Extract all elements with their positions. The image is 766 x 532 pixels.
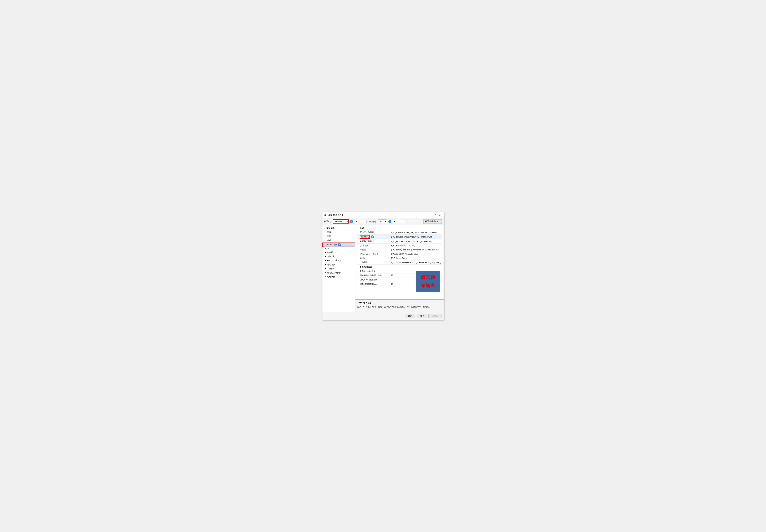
help-button[interactable]: ? [434, 214, 437, 217]
section-public-header: ▼ 公共项目内容 [357, 265, 442, 269]
section-general-header: ▼ 常规 [357, 226, 442, 230]
general-triangle: ▼ [357, 227, 359, 229]
sidebar-item-linker[interactable]: ▶ 链接器 [322, 250, 355, 254]
watermark: 点云侠 专属图 [416, 271, 440, 292]
platform-select[interactable]: x64 [378, 219, 387, 223]
title-controls: ? ✕ [434, 214, 442, 217]
platform-dropdown[interactable]: ▼ [393, 220, 405, 223]
title-bar: Open3D_13.0 属性页 ? ✕ [322, 212, 444, 218]
linker-label: 链接器 [327, 251, 333, 254]
vc-dirs-label: VC++ 目录 [327, 243, 337, 246]
browse-label: 浏览信息 [327, 263, 335, 266]
prop-library-dir[interactable]: 库目录 $(VC_LibraryPath_x64);$(WindowsSDK_L… [357, 248, 442, 252]
prop-exclude-name: 排除目录 [360, 261, 391, 264]
prop-reference-value: $(VC_ReferencesPath_x64); [391, 245, 442, 247]
sidebar-item-code-analysis[interactable]: ▶ 代码分析 [322, 275, 355, 279]
cancel-button[interactable]: 取消 [417, 314, 427, 318]
desc-text: 生成 VC++ 项目期间，搜索可执行文件时使用的路径。 与环境变量 PATH 相… [357, 305, 442, 308]
sidebar-item-build-events[interactable]: ▶ 生成事件 [322, 267, 355, 271]
cpp-label: C/C++ [327, 247, 333, 250]
config-bar: 配置(C): Release 1 ▼ 平台(P): x64 2 ▼ 配置管理器(… [322, 218, 444, 225]
sidebar-item-xml[interactable]: ▶ XML 文档生成器 [322, 259, 355, 263]
properties-table: ▼ 常规 可执行文件目录 $(VC_ExecutablePath_x64);$(… [355, 225, 444, 299]
prop-source-dir[interactable]: 源目录 $(VC_SourcePath); [357, 256, 442, 260]
config-label: 配置(C): [324, 220, 332, 223]
xml-label: XML 文档生成器 [327, 259, 342, 262]
prop-all-headers-name: 所有标头文件都是公共的 [360, 274, 391, 277]
badge-3: 3 [338, 243, 341, 246]
sidebar-item-cpp[interactable]: ▶ C/C++ [322, 247, 355, 250]
prop-reference-name: 引用目录 [360, 244, 391, 247]
prop-executable-name: 可执行文件目录 [360, 231, 391, 234]
prop-executable-value: $(VC_ExecutablePath_x64);$(CommonExecuta… [391, 231, 442, 233]
prop-all-modules-name: 所有模块都是公共的 [360, 282, 391, 285]
sidebar-root[interactable]: ▼ 配置属性 [322, 226, 355, 230]
sidebar-item-general[interactable]: 常规 [322, 230, 355, 234]
sidebar-item-custom-build[interactable]: ▶ 自定义生成步骤 [322, 271, 355, 275]
config-dropdown[interactable]: ▼ [354, 220, 367, 223]
sidebar-item-browse[interactable]: ▶ 浏览信息 [322, 263, 355, 267]
prop-windows-runtime-name: Windows 运行库目录 [360, 253, 391, 255]
prop-public-cpp-name: 公共 C++ 模块目录 [360, 278, 391, 281]
prop-spacer-3 [357, 294, 442, 298]
prop-include-value: $(VC_IncludePath);$(WindowsSDK_IncludePa… [391, 236, 442, 238]
manifest-label: 清单工具 [327, 255, 335, 258]
public-triangle: ▼ [357, 266, 359, 268]
prop-external-include-dir[interactable]: 外部包含目录 $(VC_IncludePath);$(WindowsSDK_In… [357, 239, 442, 244]
ok-button[interactable]: 确定 [405, 314, 415, 318]
platform-dropdown-arrow: ▼ [394, 220, 396, 223]
manifest-triangle: ▶ [325, 256, 326, 257]
badge-2: 2 [388, 220, 391, 223]
cpp-triangle: ▶ [325, 248, 326, 250]
badge-1: 1 [350, 220, 353, 223]
prop-source-value: $(VC_SourcePath); [391, 257, 442, 259]
section-public-label: 公共项目内容 [360, 266, 372, 269]
sidebar-item-debug[interactable]: 调试 [322, 238, 355, 243]
right-panel: ▼ 常规 可执行文件目录 $(VC_ExecutablePath_x64);$(… [355, 225, 444, 312]
code-analysis-label: 代码分析 [327, 275, 335, 278]
custom-build-label: 自定义生成步骤 [327, 271, 341, 274]
build-events-triangle: ▶ [325, 268, 326, 269]
prop-exclude-value: $(CommonExcludePath);$(VC_ExecutablePath… [391, 261, 442, 264]
config-manager-button[interactable]: 配置管理器(O)... [423, 219, 442, 224]
prop-windows-runtime-value: $(WindowsSDK_MetadataPath); [391, 253, 442, 255]
section-general-label: 常规 [360, 227, 364, 230]
property-dialog: Open3D_13.0 属性页 ? ✕ 配置(C): Release 1 ▼ 平… [322, 212, 444, 320]
watermark-line1: 点云侠 [420, 274, 435, 281]
desc-panel: 可执行文件目录 生成 VC++ 项目期间，搜索可执行文件时使用的路径。 与环境变… [355, 299, 444, 312]
xml-triangle: ▶ [325, 260, 326, 261]
prop-exclude-dir[interactable]: 排除目录 $(CommonExcludePath);$(VC_Executabl… [357, 260, 442, 265]
desc-title: 可执行文件目录 [357, 302, 442, 304]
sidebar-root-label: 配置属性 [327, 227, 335, 230]
platform-label: 平台(P): [369, 220, 376, 223]
dialog-title: Open3D_13.0 属性页 [324, 214, 344, 217]
sidebar-item-vc-dirs[interactable]: VC++ 目录 3 [322, 243, 355, 247]
custom-build-triangle: ▶ [325, 272, 326, 273]
prop-library-name: 库目录 [360, 248, 391, 251]
root-triangle: ▼ [324, 227, 326, 229]
sidebar-item-advanced[interactable]: 高级 [322, 234, 355, 238]
prop-external-include-value: $(VC_IncludePath);$(WindowsSDK_IncludePa… [391, 240, 442, 243]
browse-triangle: ▶ [325, 264, 326, 265]
main-content: ▼ 配置属性 常规 高级 调试 VC++ 目录 3 ▶ C/C++ ▶ 链接器 … [322, 225, 444, 312]
bottom-buttons: 确定 取消 应用(A) [322, 312, 444, 320]
code-analysis-triangle: ▶ [325, 276, 326, 278]
prop-library-value: $(VC_LibraryPath_x64);$(WindowsSDK_Libra… [391, 249, 442, 251]
prop-windows-runtime-dir[interactable]: Windows 运行库目录 $(WindowsSDK_MetadataPath)… [357, 252, 442, 256]
prop-include-name: 包含目录 4 [360, 235, 391, 239]
prop-include-dir[interactable]: 包含目录 4 $(VC_IncludePath);$(WindowsSDK_In… [357, 235, 442, 239]
badge-4: 4 [371, 235, 374, 238]
build-events-label: 生成事件 [327, 267, 335, 270]
config-select[interactable]: Release [333, 219, 349, 224]
sidebar: ▼ 配置属性 常规 高级 调试 VC++ 目录 3 ▶ C/C++ ▶ 链接器 … [322, 225, 355, 312]
prop-public-include-name: 公共 include 目录 [360, 270, 391, 273]
prop-executable-dir[interactable]: 可执行文件目录 $(VC_ExecutablePath_x64);$(Commo… [357, 230, 442, 235]
apply-button[interactable]: 应用(A) [428, 314, 442, 318]
close-button[interactable]: ✕ [438, 214, 442, 217]
public-props-container: 公共 include 目录 所有标头文件都是公共的 否 [357, 269, 442, 298]
prop-reference-dir[interactable]: 引用目录 $(VC_ReferencesPath_x64); [357, 244, 442, 248]
dropdown-arrow: ▼ [355, 220, 357, 223]
sidebar-item-manifest[interactable]: ▶ 清单工具 [322, 254, 355, 259]
linker-triangle: ▶ [325, 252, 326, 253]
prop-external-include-name: 外部包含目录 [360, 240, 391, 243]
